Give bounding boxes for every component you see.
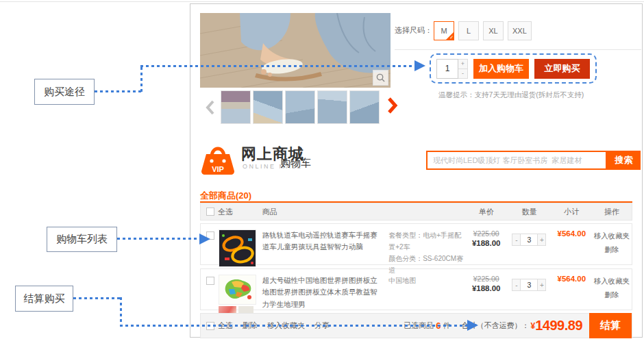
annotation-line	[95, 90, 141, 92]
column-subtotal: 小计	[551, 207, 592, 217]
quantity-input[interactable]	[436, 59, 458, 79]
add-to-cart-button[interactable]: 加入购物车	[473, 59, 529, 79]
check-icon: ✓	[449, 35, 454, 40]
thumbnails-prev-icon[interactable]	[204, 99, 215, 118]
mall-logo[interactable]: VIP	[200, 141, 236, 178]
annotation-line	[120, 325, 467, 327]
select-all-checkbox[interactable]	[206, 208, 214, 216]
thumbnail-3[interactable]	[285, 90, 315, 124]
row-quantity-stepper: - +	[512, 279, 546, 291]
annotation-label-cart-list: 购物车列表	[47, 227, 117, 252]
search-input[interactable]	[426, 151, 607, 170]
buy-action-group: + - 加入购物车 立即购买	[430, 53, 597, 84]
product-specs: 中国地图	[388, 275, 465, 310]
size-option-label: L	[467, 27, 471, 35]
current-price: ¥188.00	[465, 239, 508, 247]
increase-button[interactable]: +	[537, 234, 546, 246]
thumbnail-5[interactable]	[349, 90, 380, 124]
annotation-line	[120, 297, 122, 326]
quantity-decrease-button[interactable]: -	[458, 68, 468, 79]
size-options: M ✓ L XL XXL	[434, 21, 532, 40]
row-quantity-input[interactable]	[521, 234, 537, 246]
move-to-favorites-link[interactable]: 移入收藏夹	[592, 275, 632, 288]
size-option-label: XL	[488, 27, 497, 35]
column-unit-price: 单价	[465, 207, 508, 217]
size-option-xxl[interactable]: XXL	[508, 21, 532, 40]
annotation-label-purchase-path: 购买途径	[34, 79, 95, 105]
search-button[interactable]: 搜索	[607, 151, 641, 170]
breadcrumb-cart: 购物车	[280, 157, 311, 170]
current-price: ¥188.00	[465, 284, 508, 292]
annotation-line	[73, 297, 121, 299]
quantity-increase-button[interactable]: +	[458, 59, 468, 68]
select-all-label: 全选	[218, 207, 233, 217]
annotation-line	[140, 65, 414, 67]
row-checkbox[interactable]	[206, 277, 214, 285]
annotation-arrow-icon	[467, 320, 478, 331]
decrease-button[interactable]: -	[512, 234, 521, 246]
thumbnails-next-icon[interactable]	[386, 97, 398, 117]
search-bar: 搜索	[426, 151, 641, 170]
product-title[interactable]: 超大号磁性中国地图世界拼图拼板立地图世界拼图拼板立体木质早教益智力学生地理男	[262, 275, 388, 310]
return-policy-tip: 温馨提示：支持7天无理由退货(拆封后不支持)	[438, 90, 584, 100]
product-thumbnail-china-map[interactable]	[219, 275, 256, 305]
column-product: 商品	[262, 207, 388, 217]
delete-link[interactable]: 删除	[592, 288, 632, 302]
decrease-button[interactable]: -	[512, 279, 521, 291]
size-option-l[interactable]: L	[458, 21, 479, 40]
subtotal-cell: ¥564.00	[551, 229, 592, 264]
product-photo-illustration	[200, 13, 391, 88]
cart-row-track-toy: 路轨轨道车电动遥控轨道赛车手摇赛道车儿童男孩玩具益智智力动脑 套餐类型：电动+手…	[200, 223, 632, 265]
shop-panel: 选择尺码： M ✓ L XL XXL + - 加入购物车 立即购买 温馨提示：支	[190, 3, 643, 338]
product-specs: 套餐类型：电动+手摇配置+2车 颜色分类：SS-620CM赛道	[388, 229, 465, 264]
total-value: 1499.89	[535, 318, 582, 334]
quantity-stepper: + -	[436, 59, 468, 79]
thumbnail-1[interactable]	[221, 90, 251, 124]
move-to-favorites-link[interactable]: 移入收藏夹	[592, 229, 632, 243]
page: 选择尺码： M ✓ L XL XXL + - 加入购物车 立即购买 温馨提示：支	[0, 0, 644, 339]
cart-row-china-map: 超大号磁性中国地图世界拼图拼板立地图世界拼图拼板立体木质早教益智力学生地理男 中…	[200, 268, 632, 310]
original-price: ¥225.00	[465, 229, 508, 238]
top-divider	[0, 1, 644, 2]
size-option-xl[interactable]: XL	[483, 21, 504, 40]
unit-price-cell: ¥225.00 ¥188.00	[465, 229, 508, 264]
annotation-label-checkout: 结算购买	[15, 286, 73, 312]
unit-price-cell: ¥225.00 ¥188.00	[465, 275, 508, 310]
cart-section-title: 全部商品(20)	[200, 190, 251, 202]
image-zoom-icon[interactable]	[373, 70, 388, 86]
product-title[interactable]: 路轨轨道车电动遥控轨道赛车手摇赛道车儿童男孩玩具益智智力动脑	[262, 229, 388, 264]
annotation-arrow-icon	[199, 234, 210, 244]
thumbnail-strip	[221, 90, 380, 124]
annotation-line	[117, 238, 199, 240]
product-main-image[interactable]	[200, 13, 391, 88]
column-actions: 操作	[592, 207, 632, 217]
column-quantity: 数量	[508, 207, 552, 217]
size-option-m[interactable]: M ✓	[434, 21, 454, 40]
section-divider	[395, 49, 641, 50]
product-thumbnail-track-toy[interactable]	[219, 229, 256, 267]
total-currency: ¥	[531, 321, 536, 331]
vip-text: VIP	[212, 165, 224, 173]
thumbnail-4[interactable]	[317, 90, 347, 124]
checkout-button[interactable]: 结算	[589, 313, 632, 338]
row-actions: 移入收藏夹 删除	[592, 275, 632, 310]
annotation-line	[140, 67, 143, 92]
original-price: ¥225.00	[465, 275, 508, 283]
annotation-arrow-icon	[414, 60, 425, 71]
row-quantity-input[interactable]	[521, 279, 537, 291]
subtotal-cell: ¥564.00	[551, 275, 592, 310]
cart-table-header: 全选 商品 单价 数量 小计 操作	[200, 203, 632, 221]
size-label: 选择尺码：	[395, 25, 432, 36]
row-quantity-stepper: - +	[512, 234, 546, 246]
size-option-label: XXL	[512, 27, 527, 35]
row-actions: 移入收藏夹 删除	[592, 229, 632, 264]
increase-button[interactable]: +	[537, 279, 546, 291]
delete-link[interactable]: 删除	[592, 243, 632, 257]
buy-now-button[interactable]: 立即购买	[534, 59, 590, 79]
thumbnail-2[interactable]	[253, 90, 283, 124]
